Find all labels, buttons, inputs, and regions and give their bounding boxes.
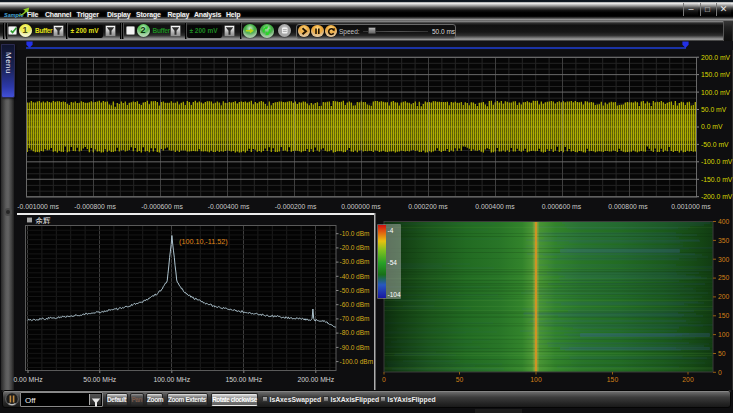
svg-text:-0.000200 ms: -0.000200 ms [275, 203, 317, 210]
svg-text:300: 300 [718, 256, 730, 263]
svg-text:100.0 mV: 100.0 mV [701, 89, 731, 96]
svg-text:-80.0 dBm: -80.0 dBm [340, 329, 370, 336]
svg-text:-40.0 dBm: -40.0 dBm [340, 273, 370, 280]
svg-text:-4: -4 [388, 227, 394, 234]
svg-text:200: 200 [682, 376, 694, 383]
svg-text:-100.0 mV: -100.0 mV [701, 158, 733, 165]
svg-text:0.0 mV: 0.0 mV [701, 123, 723, 130]
svg-text:150: 150 [718, 312, 730, 319]
svg-text:150: 150 [607, 376, 619, 383]
svg-text:-200.0 mV: -200.0 mV [701, 193, 733, 200]
svg-text:-0.001000 ms: -0.001000 ms [17, 203, 59, 210]
svg-text:(100.10,-11.52): (100.10,-11.52) [179, 237, 228, 246]
svg-text:200: 200 [718, 293, 730, 300]
svg-text:50: 50 [456, 376, 464, 383]
svg-text:-50.0 mV: -50.0 mV [701, 141, 729, 148]
svg-text:0: 0 [718, 369, 722, 376]
svg-text:100: 100 [718, 331, 730, 338]
svg-text:-0.000600 ms: -0.000600 ms [141, 203, 183, 210]
svg-text:-100.0 dBm: -100.0 dBm [340, 358, 374, 365]
svg-text:-70.0 dBm: -70.0 dBm [340, 315, 370, 322]
svg-text:-20.0 dBm: -20.0 dBm [340, 244, 370, 251]
svg-text:150.0 mV: 150.0 mV [701, 71, 731, 78]
svg-text:350: 350 [718, 237, 730, 244]
svg-text:200.0 mV: 200.0 mV [701, 54, 731, 61]
svg-text:余辉: 余辉 [36, 216, 52, 225]
svg-text:-90.0 dBm: -90.0 dBm [340, 344, 370, 351]
svg-text:-50.0 dBm: -50.0 dBm [340, 287, 370, 294]
svg-text:-104: -104 [388, 291, 401, 298]
svg-text:-60.0 dBm: -60.0 dBm [340, 301, 370, 308]
svg-text:100.00 MHz: 100.00 MHz [153, 376, 190, 383]
svg-text:0.00 MHz: 0.00 MHz [13, 376, 43, 383]
svg-text:100: 100 [530, 376, 542, 383]
svg-text:-10.0 dBm: -10.0 dBm [340, 230, 370, 237]
svg-text:-0.000800 ms: -0.000800 ms [74, 203, 116, 210]
svg-text:400: 400 [718, 218, 730, 225]
svg-text:50: 50 [718, 350, 726, 357]
svg-text:50.00 MHz: 50.00 MHz [83, 376, 116, 383]
svg-text:-150.0 mV: -150.0 mV [701, 176, 733, 183]
svg-text:-54: -54 [388, 259, 398, 266]
svg-text:50.0 mV: 50.0 mV [701, 106, 727, 113]
svg-text:0: 0 [382, 376, 386, 383]
svg-text:-30.0 dBm: -30.0 dBm [340, 258, 370, 265]
svg-text:200.00 MHz: 200.00 MHz [297, 376, 334, 383]
svg-text:-0.000400 ms: -0.000400 ms [208, 203, 250, 210]
svg-text:150.00 MHz: 150.00 MHz [225, 376, 262, 383]
svg-text:250: 250 [718, 274, 730, 281]
